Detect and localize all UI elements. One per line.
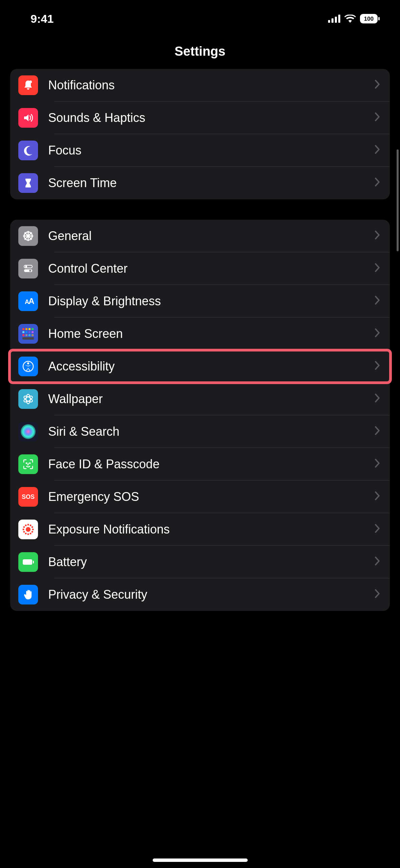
svg-point-50 [32, 529, 34, 530]
svg-rect-35 [32, 334, 34, 336]
status-time: 9:41 [31, 12, 54, 25]
status-bar: 9:41 100 [0, 0, 400, 37]
settings-row-home-screen[interactable]: Home Screen [10, 318, 390, 350]
svg-rect-36 [22, 337, 34, 340]
row-label: Screen Time [48, 176, 374, 190]
signal-icon [328, 15, 340, 23]
svg-rect-2 [335, 17, 337, 23]
svg-rect-24 [22, 328, 24, 330]
settings-row-general[interactable]: General [10, 220, 390, 252]
chevron-right-icon [374, 112, 380, 124]
settings-row-notifications[interactable]: Notifications [10, 69, 390, 102]
settings-row-siri-search[interactable]: Siri & Search [10, 415, 390, 448]
wallpaper-icon [18, 389, 38, 409]
chevron-right-icon [374, 491, 380, 503]
group-general: GeneralControl CenterAADisplay & Brightn… [10, 220, 390, 611]
svg-point-45 [21, 424, 36, 439]
svg-point-54 [25, 533, 27, 535]
home-indicator[interactable] [153, 858, 248, 862]
row-label: Exposure Notifications [48, 522, 374, 537]
chevron-right-icon [374, 230, 380, 242]
svg-text:SOS: SOS [22, 493, 35, 500]
svg-line-17 [28, 232, 32, 236]
notifications-icon [18, 75, 38, 95]
row-label: Privacy & Security [48, 587, 374, 602]
svg-point-51 [32, 531, 33, 533]
svg-rect-0 [328, 20, 330, 23]
svg-point-42 [26, 394, 30, 404]
svg-point-61 [32, 526, 33, 528]
row-label: General [48, 229, 374, 243]
chevron-right-icon [374, 79, 380, 92]
svg-rect-29 [25, 331, 27, 333]
chevron-right-icon [374, 393, 380, 405]
svg-point-57 [23, 526, 25, 528]
svg-point-47 [30, 463, 30, 464]
row-label: Emergency SOS [48, 490, 374, 504]
exposure-notifications-icon [18, 520, 38, 539]
status-right: 100 [328, 14, 380, 23]
svg-line-11 [28, 236, 32, 240]
row-label: Sounds & Haptics [48, 111, 374, 125]
svg-rect-33 [25, 334, 27, 336]
svg-rect-5 [378, 17, 380, 20]
svg-point-7 [29, 80, 32, 83]
chevron-right-icon [374, 295, 380, 308]
svg-rect-62 [23, 559, 32, 565]
settings-row-faceid-passcode[interactable]: Face ID & Passcode [10, 448, 390, 481]
row-label: Battery [48, 555, 374, 569]
battery-icon: 100 [360, 14, 380, 23]
svg-rect-26 [28, 328, 31, 330]
svg-point-21 [29, 270, 31, 272]
settings-row-sounds-haptics[interactable]: Sounds & Haptics [10, 102, 390, 134]
settings-row-exposure-notifications[interactable]: Exposure Notifications [10, 513, 390, 546]
svg-text:100: 100 [364, 16, 374, 22]
group-notifications: NotificationsSounds & HapticsFocusScreen… [10, 69, 390, 199]
faceid-passcode-icon [18, 454, 38, 474]
row-label: Home Screen [48, 327, 374, 341]
settings-row-display-brightness[interactable]: AADisplay & Brightness [10, 285, 390, 318]
svg-rect-3 [338, 15, 340, 23]
settings-row-screen-time[interactable]: Screen Time [10, 167, 390, 199]
svg-point-52 [30, 533, 32, 535]
chevron-right-icon [374, 589, 380, 601]
row-label: Control Center [48, 261, 374, 276]
svg-point-60 [30, 524, 32, 526]
settings-row-wallpaper[interactable]: Wallpaper [10, 383, 390, 415]
chevron-right-icon [374, 263, 380, 275]
emergency-sos-icon: SOS [18, 487, 38, 507]
chevron-right-icon [374, 328, 380, 340]
settings-row-emergency-sos[interactable]: SOSEmergency SOS [10, 481, 390, 513]
svg-rect-30 [28, 331, 31, 333]
svg-rect-25 [25, 328, 27, 330]
chevron-right-icon [374, 556, 380, 568]
general-icon [18, 226, 38, 246]
chevron-right-icon [374, 458, 380, 471]
svg-rect-63 [33, 561, 34, 563]
scrollbar-indicator[interactable] [397, 149, 399, 251]
settings-row-accessibility[interactable]: Accessibility [10, 350, 390, 383]
svg-point-58 [25, 524, 27, 526]
siri-search-icon [18, 422, 38, 441]
row-label: Notifications [48, 78, 374, 92]
settings-row-control-center[interactable]: Control Center [10, 252, 390, 285]
svg-rect-28 [22, 331, 24, 333]
svg-point-49 [26, 527, 31, 532]
svg-point-38 [27, 362, 29, 364]
settings-row-focus[interactable]: Focus [10, 134, 390, 167]
control-center-icon [18, 259, 38, 278]
svg-point-55 [23, 531, 25, 533]
settings-row-privacy-security[interactable]: Privacy & Security [10, 578, 390, 611]
row-label: Accessibility [48, 359, 374, 374]
page-title: Settings [0, 44, 400, 59]
svg-point-46 [26, 463, 27, 464]
svg-rect-31 [32, 331, 34, 333]
chevron-right-icon [374, 523, 380, 536]
display-brightness-icon: AA [18, 291, 38, 311]
svg-point-53 [27, 534, 29, 535]
settings-row-battery[interactable]: Battery [10, 546, 390, 578]
svg-line-15 [24, 232, 28, 236]
sounds-haptics-icon [18, 108, 38, 128]
svg-point-59 [27, 524, 29, 526]
home-screen-icon [18, 324, 38, 344]
